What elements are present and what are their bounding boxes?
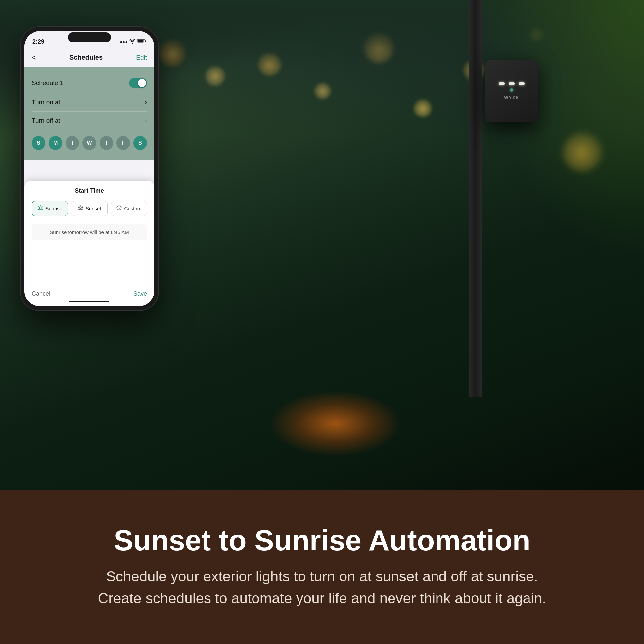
sunset-option[interactable]: Sunset [71, 201, 107, 216]
save-button[interactable]: Save [133, 290, 147, 297]
subtitle-line-1: Schedule your exterior lights to turn on… [106, 568, 538, 584]
turn-off-label: Turn off at [32, 117, 60, 124]
status-time: 2:29 [32, 38, 44, 45]
time-options: Sunrise Sunset Custom [32, 201, 147, 216]
turn-on-chevron: › [145, 98, 147, 106]
svg-rect-1 [138, 40, 144, 42]
toggle-thumb [138, 79, 146, 87]
day-sunday[interactable]: S [32, 136, 45, 150]
wyze-status-dot [510, 88, 513, 92]
schedule-toggle[interactable] [129, 78, 147, 88]
day-friday[interactable]: F [116, 136, 130, 150]
signal-icon: ●●● [120, 39, 128, 44]
bottom-title: Sunset to Sunrise Automation [114, 525, 530, 557]
battery-icon [137, 39, 146, 45]
phone-notch [68, 32, 111, 42]
svg-point-3 [80, 207, 82, 208]
wyze-device: WYZE [485, 60, 538, 122]
schedule-row: Schedule 1 [32, 73, 147, 93]
phone-screen: 2:29 ●●● < Schedules Edit [24, 31, 154, 306]
custom-option[interactable]: Custom [111, 201, 147, 216]
sheet-title: Start Time [32, 187, 147, 194]
turn-on-row[interactable]: Turn on at › [32, 93, 147, 112]
status-icons: ●●● [120, 39, 146, 45]
bottom-sheet: Start Time Sunrise [24, 181, 154, 306]
day-thursday[interactable]: T [100, 136, 113, 150]
sunrise-icon [37, 205, 43, 212]
custom-clock-icon [116, 205, 122, 212]
wyze-light-2 [509, 82, 515, 85]
bottom-subtitle-1: Schedule your exterior lights to turn on… [98, 566, 546, 609]
turn-off-chevron: › [145, 117, 147, 124]
sunset-icon [78, 205, 84, 212]
days-row: S M T W T F S [32, 130, 147, 153]
fire-glow [269, 391, 401, 457]
turn-on-label: Turn on at [32, 99, 60, 106]
wifi-icon [129, 39, 135, 45]
sunrise-option[interactable]: Sunrise [32, 201, 68, 216]
day-monday[interactable]: M [49, 136, 62, 150]
pole [469, 0, 482, 397]
home-bar [69, 301, 109, 302]
wyze-light-3 [519, 82, 525, 85]
schedule-label: Schedule 1 [32, 79, 63, 87]
schedule-area: Schedule 1 Turn on at › Turn off at › [24, 67, 154, 160]
sunset-label: Sunset [86, 206, 101, 211]
sunrise-label: Sunrise [45, 206, 62, 211]
svg-point-2 [39, 207, 41, 209]
bottom-section: Sunset to Sunrise Automation Schedule yo… [0, 490, 644, 644]
nav-bar: < Schedules Edit [24, 48, 154, 67]
day-saturday[interactable]: S [133, 136, 147, 150]
back-button[interactable]: < [32, 53, 36, 62]
sheet-actions: Cancel Save [32, 290, 147, 297]
wyze-indicator-lights [499, 82, 525, 85]
phone-shell: 2:29 ●●● < Schedules Edit [20, 26, 159, 311]
edit-button[interactable]: Edit [136, 54, 147, 61]
phone-mockup: 2:29 ●●● < Schedules Edit [20, 26, 159, 311]
turn-off-row[interactable]: Turn off at › [32, 112, 147, 130]
info-text: Sunrise tomorrow will be at 6:45 AM [32, 224, 147, 240]
day-wednesday[interactable]: W [82, 136, 96, 150]
wyze-brand-label: WYZE [504, 95, 519, 100]
subtitle-line-2: Create schedules to automate your life a… [98, 590, 546, 606]
photo-background: WYZE 2:29 ●●● [0, 0, 644, 490]
day-tuesday[interactable]: T [66, 136, 79, 150]
wyze-light-1 [499, 82, 505, 85]
nav-title: Schedules [69, 54, 103, 61]
custom-label: Custom [124, 206, 141, 211]
foliage-right [479, 0, 644, 265]
cancel-button[interactable]: Cancel [32, 290, 50, 297]
